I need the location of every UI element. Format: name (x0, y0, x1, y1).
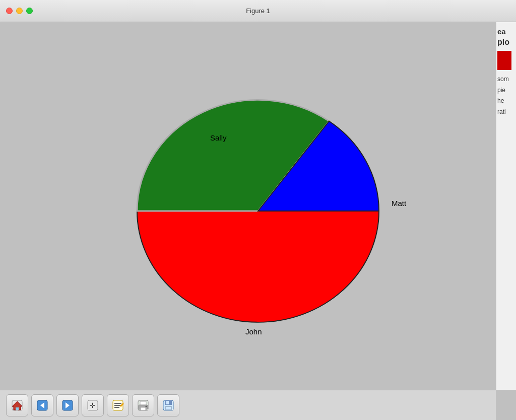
maximize-button[interactable] (26, 8, 33, 14)
minimize-button[interactable] (16, 8, 23, 14)
pie-chart: Sally Matt John (82, 60, 434, 352)
move-icon: ✛ (86, 398, 100, 412)
save-icon (161, 398, 175, 412)
print-button[interactable] (132, 394, 154, 416)
window-buttons[interactable] (6, 8, 33, 14)
right-panel: ea plo som pie he rati (496, 22, 516, 390)
svg-point-18 (146, 405, 147, 407)
back-button[interactable] (31, 394, 53, 416)
svg-rect-23 (166, 407, 171, 409)
edit-button[interactable] (107, 394, 129, 416)
svg-rect-12 (114, 407, 119, 408)
svg-rect-2 (16, 407, 19, 410)
save-button[interactable] (157, 394, 179, 416)
close-button[interactable] (6, 8, 13, 14)
title-bar: Figure 1 (0, 0, 516, 22)
svg-text:✛: ✛ (90, 401, 96, 409)
forward-icon (60, 398, 75, 412)
label-matt: Matt (392, 199, 407, 207)
window-title: Figure 1 (246, 7, 270, 15)
edit-icon (111, 398, 125, 412)
right-panel-text-misc: som pie he rati (497, 74, 515, 117)
chart-container: Sally Matt John (82, 60, 434, 352)
svg-rect-10 (114, 403, 121, 404)
forward-button[interactable] (56, 394, 79, 416)
toolbar: ✛ (0, 390, 496, 420)
svg-rect-21 (166, 401, 169, 404)
main-content: Sally Matt John ea plo som pie he rati (0, 22, 516, 390)
right-panel-text-ea: ea (497, 27, 515, 36)
home-button[interactable] (6, 394, 28, 416)
right-panel-text-plo: plo (497, 38, 515, 47)
move-button[interactable]: ✛ (82, 394, 104, 416)
label-john: John (245, 327, 262, 336)
svg-rect-17 (141, 407, 146, 410)
back-icon (35, 398, 49, 412)
slice-john (137, 211, 379, 322)
label-sally: Sally (210, 133, 227, 142)
home-icon (10, 398, 24, 412)
right-panel-red-block (497, 51, 511, 70)
print-icon (136, 398, 150, 412)
